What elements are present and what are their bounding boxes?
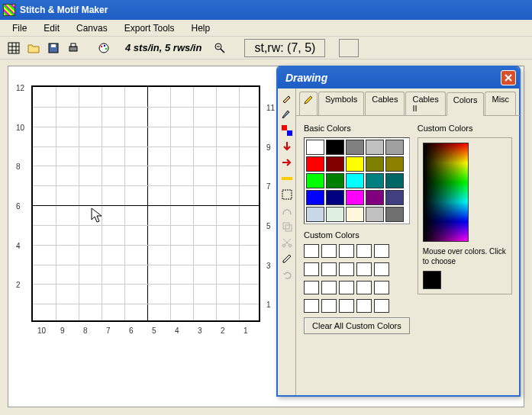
custom-color-slot[interactable] xyxy=(321,244,337,258)
color-swatch[interactable] xyxy=(306,207,324,222)
color-swatch[interactable] xyxy=(346,190,364,205)
custom-color-slot[interactable] xyxy=(356,244,372,258)
tab-misc[interactable]: Misc xyxy=(485,92,516,115)
canvas-grid[interactable] xyxy=(31,85,260,322)
row-label-right: 3 xyxy=(266,262,271,270)
custom-color-slot[interactable] xyxy=(321,281,337,294)
copy-icon[interactable] xyxy=(279,220,295,233)
color-swatch[interactable] xyxy=(385,190,404,205)
cut-icon[interactable] xyxy=(279,236,295,249)
color-swatch[interactable] xyxy=(306,140,324,155)
custom-color-slot[interactable] xyxy=(339,262,354,276)
tab-colors[interactable]: Colors xyxy=(447,92,485,116)
tab-cables[interactable]: Cables xyxy=(365,92,405,115)
menu-canvas[interactable]: Canvas xyxy=(69,21,115,35)
select-icon[interactable] xyxy=(279,188,295,201)
basic-colors-block: Basic Colors Custom Colors Clear All Cus… xyxy=(304,124,410,334)
color-swatch[interactable] xyxy=(346,207,364,222)
row-label-right: 11 xyxy=(266,104,275,112)
color-fill-icon[interactable] xyxy=(279,124,295,137)
color-spectrum[interactable] xyxy=(423,143,469,242)
custom-color-slot[interactable] xyxy=(374,244,389,258)
col-label: 5 xyxy=(152,327,156,335)
palette-icon[interactable] xyxy=(96,40,111,56)
open-icon[interactable] xyxy=(26,40,41,56)
panel-title-bar[interactable]: Drawing xyxy=(278,67,519,88)
color-swatch[interactable] xyxy=(306,156,324,172)
gauge-readout: 4 sts/in, 5 rws/in xyxy=(125,42,202,53)
custom-color-slot[interactable] xyxy=(339,244,354,258)
color-swatch[interactable] xyxy=(326,207,344,222)
color-swatch[interactable] xyxy=(385,140,404,155)
row-label: 4 xyxy=(16,242,21,250)
color-swatch[interactable] xyxy=(326,140,344,155)
custom-color-slot[interactable] xyxy=(374,262,389,276)
custom-color-slot[interactable] xyxy=(321,299,337,313)
custom-color-slot[interactable] xyxy=(304,281,319,294)
custom-color-slot[interactable] xyxy=(304,262,319,276)
save-icon[interactable] xyxy=(46,40,61,56)
side-toolbar xyxy=(278,88,296,395)
color-swatch[interactable] xyxy=(385,173,404,188)
color-swatch[interactable] xyxy=(366,173,384,188)
arrow-down-icon[interactable] xyxy=(279,140,295,153)
zoom-out-icon[interactable] xyxy=(212,40,227,56)
custom-color-slot[interactable] xyxy=(356,281,372,294)
edit-icon[interactable] xyxy=(279,252,295,265)
panel-title: Drawing xyxy=(285,72,327,84)
svg-rect-19 xyxy=(287,130,292,136)
color-swatch[interactable] xyxy=(366,140,384,155)
color-swatch[interactable] xyxy=(385,156,404,172)
undo-icon[interactable] xyxy=(279,268,295,281)
tab-pencil[interactable] xyxy=(299,92,318,115)
custom-color-slot[interactable] xyxy=(304,299,319,313)
custom-colors-block: Custom Colors Mouse over colors. Click t… xyxy=(418,124,512,334)
custom-color-slot[interactable] xyxy=(374,281,389,294)
svg-rect-8 xyxy=(71,43,76,47)
close-icon[interactable] xyxy=(501,70,516,85)
color-swatch[interactable] xyxy=(366,207,384,222)
custom-color-slot[interactable] xyxy=(356,262,372,276)
brush-icon[interactable] xyxy=(279,108,295,121)
row-label-right: 9 xyxy=(266,143,271,152)
color-swatch[interactable] xyxy=(346,140,364,155)
line-icon[interactable] xyxy=(279,172,295,185)
col-label: 7 xyxy=(106,327,111,335)
color-swatch[interactable] xyxy=(326,173,344,188)
color-swatch[interactable] xyxy=(306,173,324,188)
menu-help[interactable]: Help xyxy=(184,21,218,35)
custom-color-slot[interactable] xyxy=(339,299,354,313)
print-icon[interactable] xyxy=(66,40,81,56)
color-swatch[interactable] xyxy=(326,190,344,205)
color-swatch[interactable] xyxy=(385,207,404,222)
grid-icon[interactable] xyxy=(6,40,21,56)
clear-custom-button[interactable]: Clear All Custom Colors xyxy=(304,317,410,334)
blank-box[interactable] xyxy=(339,39,359,57)
custom-color-slot[interactable] xyxy=(339,281,354,294)
svg-point-12 xyxy=(105,47,107,49)
spectrum-hint: Mouse over colors. Click to choose xyxy=(423,246,507,266)
color-swatch[interactable] xyxy=(366,190,384,205)
color-swatch[interactable] xyxy=(366,156,384,172)
menu-edit[interactable]: Edit xyxy=(36,21,67,35)
tab-cables2[interactable]: Cables II xyxy=(405,92,445,115)
custom-color-slot[interactable] xyxy=(374,299,389,313)
menu-file[interactable]: File xyxy=(5,21,34,35)
custom-color-slot[interactable] xyxy=(356,299,372,313)
toolbar: 4 sts/in, 5 rws/in st,rw: (7, 5) xyxy=(0,37,532,60)
row-label: 2 xyxy=(16,281,21,289)
color-swatch[interactable] xyxy=(306,190,324,205)
color-swatch[interactable] xyxy=(346,173,364,188)
arrow-right-icon[interactable] xyxy=(279,156,295,169)
tab-symbols[interactable]: Symbols xyxy=(318,92,364,115)
color-swatch[interactable] xyxy=(346,156,364,172)
paint-icon[interactable] xyxy=(279,92,295,105)
svg-rect-18 xyxy=(282,125,287,130)
trace-icon[interactable] xyxy=(279,204,295,217)
menu-export[interactable]: Export Tools xyxy=(117,21,182,35)
custom-color-slot[interactable] xyxy=(304,244,319,258)
custom-color-slot[interactable] xyxy=(321,262,337,276)
svg-point-11 xyxy=(104,44,105,46)
color-swatch[interactable] xyxy=(326,156,344,172)
custom-colors-label: Custom Colors xyxy=(418,124,512,133)
